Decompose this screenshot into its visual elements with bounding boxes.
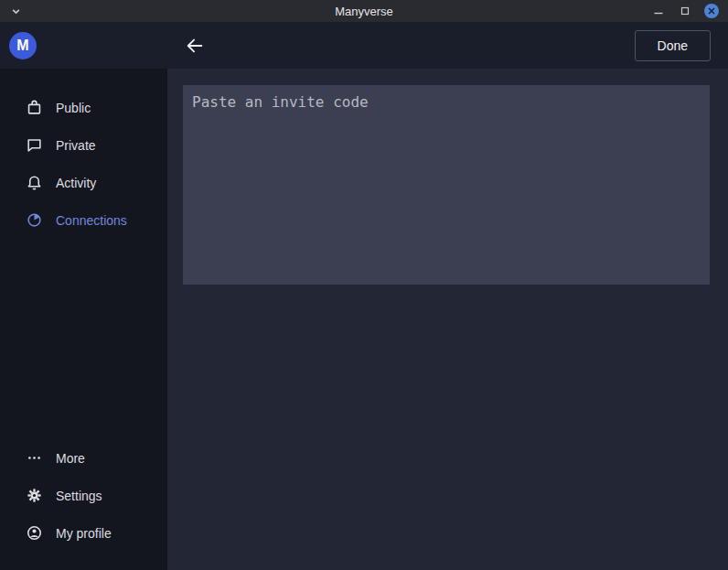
sidebar: Public Private Activity Connections More — [0, 69, 167, 570]
manyverse-logo: M — [9, 32, 37, 59]
sidebar-item-connections[interactable]: Connections — [0, 201, 167, 239]
restore-button[interactable] — [678, 4, 692, 18]
sidebar-item-public[interactable]: Public — [0, 89, 167, 126]
sidebar-bottom-group: More Settings My profile — [0, 439, 167, 552]
more-dots-icon — [26, 449, 43, 467]
sidebar-item-activity[interactable]: Activity — [0, 164, 167, 201]
main-panel — [167, 69, 728, 570]
app-header: M Done — [0, 22, 728, 69]
sidebar-item-label: More — [56, 451, 85, 466]
sidebar-item-more[interactable]: More — [0, 439, 167, 477]
window-title: Manyverse — [0, 5, 728, 18]
window-titlebar: Manyverse — [0, 0, 728, 22]
sidebar-item-private[interactable]: Private — [0, 126, 167, 164]
sidebar-item-label: Public — [56, 101, 91, 115]
sidebar-item-label: My profile — [56, 526, 112, 541]
public-icon — [26, 99, 43, 116]
invite-code-input[interactable] — [183, 85, 710, 285]
minimize-button[interactable] — [651, 4, 666, 18]
done-button[interactable]: Done — [635, 30, 711, 61]
back-arrow-icon — [185, 36, 205, 56]
close-button[interactable] — [704, 4, 719, 18]
sidebar-item-settings[interactable]: Settings — [0, 477, 167, 514]
content-area: Public Private Activity Connections More — [0, 69, 728, 570]
sidebar-item-label: Activity — [56, 176, 96, 190]
connections-icon — [26, 211, 43, 229]
sidebar-item-label: Private — [56, 138, 96, 153]
back-button[interactable] — [183, 34, 207, 58]
sidebar-item-my-profile[interactable]: My profile — [0, 514, 167, 552]
profile-icon — [26, 524, 43, 542]
private-icon — [26, 136, 43, 154]
activity-icon — [26, 174, 43, 191]
sidebar-item-label: Connections — [56, 213, 127, 228]
gear-icon — [26, 487, 43, 504]
window-menu-chevron-icon[interactable] — [9, 5, 22, 17]
sidebar-item-label: Settings — [56, 489, 102, 503]
window-controls — [651, 0, 719, 22]
